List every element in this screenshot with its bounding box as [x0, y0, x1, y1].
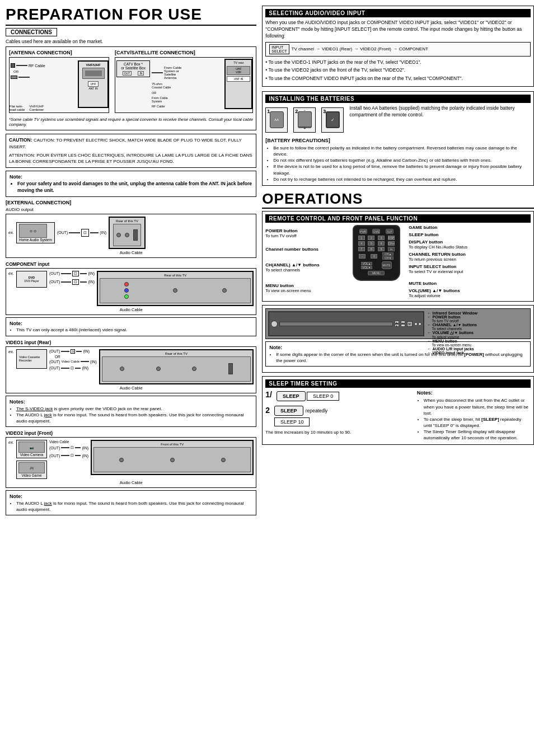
sleep-step-2: 2 SLEEP repeatedly SLEEP 10: [265, 406, 411, 426]
video2-note: Note: The AUDIO L jack is for mono input…: [6, 490, 256, 515]
connections-label: CONNECTIONS: [6, 28, 57, 36]
video1-title: VIDEO1 input (Rear): [6, 340, 256, 345]
channel-num-label: Channel number buttons: [265, 247, 341, 252]
ex-label-3: ex.: [8, 349, 14, 354]
remote-right-labels: GAME button SLEEP button DISPLAY button …: [409, 225, 531, 298]
menu-button-label: MENU button: [265, 283, 341, 288]
note-box-1: Note: For your safety and to avoid damag…: [6, 171, 256, 196]
caution-text1: CAUTION: CAUTION: TO PREVENT ELECTRIC SH…: [9, 137, 253, 151]
flow-item-4: COMPONENT: [399, 46, 428, 51]
external-conn-title: [EXTERNAL CONNECTION]: [6, 200, 256, 205]
caution-box: CAUTION: CAUTION: TO PREVENT ELECTRIC SH…: [6, 134, 256, 168]
tv-rear-1: Rear of this TV: [109, 217, 146, 249]
catv-label: [CATV/SATELLITE CONNECTION]: [115, 50, 253, 55]
tv-front-1: Front of this TV: [91, 440, 254, 475]
audio-jacks-label: AUDIO L/R input jacks: [432, 347, 474, 351]
component-title: COMPONENT input: [6, 261, 256, 267]
menu-btn-front-label: MENU button: [432, 339, 457, 343]
audio-output-label: AUDIO output: [6, 207, 256, 212]
vhf-label: VHF/UHFCombiner: [29, 105, 44, 111]
conn-arrows-1: (OUT)⊡ (IN): [57, 229, 106, 237]
tv-rear-2: Rear of this TV: [97, 271, 254, 306]
sleep-display-2: SLEEP 10: [274, 417, 310, 426]
volume-label: VOL(UME) ▲/▼ buttons: [409, 288, 531, 293]
ex-label-4: ex.: [8, 440, 14, 445]
comp-device-box: DVD DVD Player: [16, 271, 47, 288]
sleep-button-2: SLEEP: [274, 406, 303, 416]
audio-cable-label-3: Audio Cable: [8, 386, 254, 391]
ch-return-label: CHANNEL RETURN button: [409, 252, 531, 257]
sleep-button-label: SLEEP button: [409, 232, 531, 237]
ch-btn-front-label: CHANNEL ▲/▼ buttons: [432, 323, 476, 327]
audio-cable-label-4: Audio Cable: [8, 480, 254, 485]
battery-step-2: 2 + -: [293, 107, 316, 133]
video2-section: VIDEO2 input (Front) ex. 📷 Video Camera …: [6, 430, 256, 515]
game-button-label: GAME button: [409, 225, 531, 230]
selecting-description: When you use the AUDIO/VIDEO input jacks…: [265, 20, 531, 40]
battery-step-3: 3 ✓: [321, 107, 344, 133]
audio-cable-label-1: Audio Cable: [8, 250, 254, 255]
batteries-header: INSTALLING THE BATTERIES: [265, 95, 531, 103]
power-btn-front-label: POWER button: [432, 315, 460, 319]
video-jack-label: VIDEO input jack: [432, 351, 463, 355]
component-note: Note: This TV can only accept a 480i (in…: [6, 317, 256, 336]
input-select-label: INPUT SELECT button: [409, 264, 531, 269]
external-connection-section: [EXTERNAL CONNECTION] AUDIO output ex. ⊙…: [6, 200, 256, 258]
display-button-label: DISPLAY button: [409, 240, 531, 245]
video2-conn-arrows: Video Cable (OUT)⊡(IN) (OUT)⊡(IN): [49, 440, 88, 458]
right-column: SELECTING AUDIO/VIDEO INPUT When you use…: [262, 6, 534, 519]
sleep-step-1: 1/ SLEEP SLEEP 0: [265, 390, 411, 401]
ch-buttons-label: CH(ANNEL) ▲/▼ buttons: [265, 262, 341, 267]
repeatedly-label: repeatedly: [306, 408, 328, 414]
audio-device-box: ⊙ ⊙ Home Audio System: [16, 222, 55, 243]
tv-rear-3: Rear of this TV: [99, 349, 254, 384]
sleep-display-1: SLEEP 0: [307, 392, 339, 401]
video1-conn-arrows: (OUT) S (IN) OR (OUT)Video Cable(IN) (OU…: [49, 349, 97, 370]
catv-note: *Some cable TV systems use scrambled sig…: [9, 117, 253, 127]
selecting-bullets: To use the VIDEO-1 INPUT jacks on the re…: [265, 59, 531, 82]
ir-sensor-label: Infrared Sensor Window: [432, 311, 477, 315]
video1-section: VIDEO1 input (Rear) ex. Video Cassette R…: [6, 340, 256, 427]
ex-label-2: ex.: [8, 271, 14, 276]
power-button-label: POWER button: [265, 228, 341, 233]
video2-devices: 📷 Video Camera 🎮 Video Game: [16, 440, 47, 479]
batteries-section: INSTALLING THE BATTERIES 1 AA 2 + -: [262, 91, 534, 186]
flow-arrow-2: →: [354, 46, 358, 51]
caution-text2: ATTENTION: POUR ÉVITER LES CHOC ÉLECTRIQ…: [9, 152, 253, 165]
sleep-button-1: SLEEP: [277, 391, 306, 401]
video1-notes: Notes: The S-VIDEO jack is given priorit…: [6, 396, 256, 427]
flow-arrow-3: →: [393, 46, 397, 51]
mute-label: MUTE button: [409, 281, 531, 286]
sleep-steps: 1/ SLEEP SLEEP 0 2 SLEEP repeatedly: [265, 390, 411, 435]
remote-image: PWR GME SLP 1 2 3 DSP 4: [348, 225, 404, 298]
remote-left-labels: POWER button To turn TV on/off Channel n…: [265, 225, 344, 298]
input-select-btn: INPUTSELECT: [269, 44, 289, 54]
comp-conn-arrows: (OUT)⊡ (IN) (OUT)⊡ (IN): [49, 271, 95, 285]
battery-description: Install two AA batteries (supplied) matc…: [349, 105, 531, 119]
audio-cable-label-2: Audio Cable: [8, 307, 254, 312]
flow-item-2: VIDEO1 (Rear): [322, 46, 352, 51]
front-panel-section: ▲ ▼ + - M ← Infrared Sensor Window: [262, 305, 534, 373]
video2-title: VIDEO2 input (Front): [6, 430, 256, 436]
vol-btn-front-label: VOLUME △/▼ buttons: [432, 331, 473, 335]
cables-note: Cables used here are available on the ma…: [6, 39, 256, 44]
selecting-section: SELECTING AUDIO/VIDEO INPUT When you use…: [262, 6, 534, 87]
page-title: PREPARATION FOR USE: [6, 6, 256, 26]
battery-steps: 1 AA 2 + - 3 ✓: [265, 107, 344, 133]
battery-step-1: 1 AA: [265, 107, 288, 133]
vcr-device-box: Video Cassette Recorder: [16, 349, 47, 369]
sleep-header: SLEEP TIMER SETTING: [265, 379, 531, 388]
front-panel-diagram: ▲ ▼ + - M ← Infrared Sensor Window: [265, 308, 531, 339]
left-column: PREPARATION FOR USE CONNECTIONS Cables u…: [6, 6, 256, 519]
ex-label-1: ex.: [8, 230, 14, 235]
page-container: PREPARATION FOR USE CONNECTIONS Cables u…: [6, 6, 528, 519]
flow-item-1: TV channel: [292, 46, 314, 51]
flow-item-3: VIDEO2 (Front): [360, 46, 391, 51]
flat-twin-label: Flat twin-lead cable: [10, 105, 25, 111]
remote-header: REMOTE CONTROL AND FRONT PANEL FUNCTION: [265, 214, 531, 223]
component-input-section: COMPONENT input ex. DVD DVD Player (OUT)…: [6, 261, 256, 336]
battery-precautions: [BATTERY PRECAUTIONS] Be sure to follow …: [265, 138, 531, 182]
sleep-notes: Notes: When you disconnect the unit from…: [417, 390, 531, 441]
remote-section: REMOTE CONTROL AND FRONT PANEL FUNCTION …: [262, 211, 534, 302]
sleep-time-note: The time increases by 10 minutes up to 9…: [265, 430, 411, 435]
